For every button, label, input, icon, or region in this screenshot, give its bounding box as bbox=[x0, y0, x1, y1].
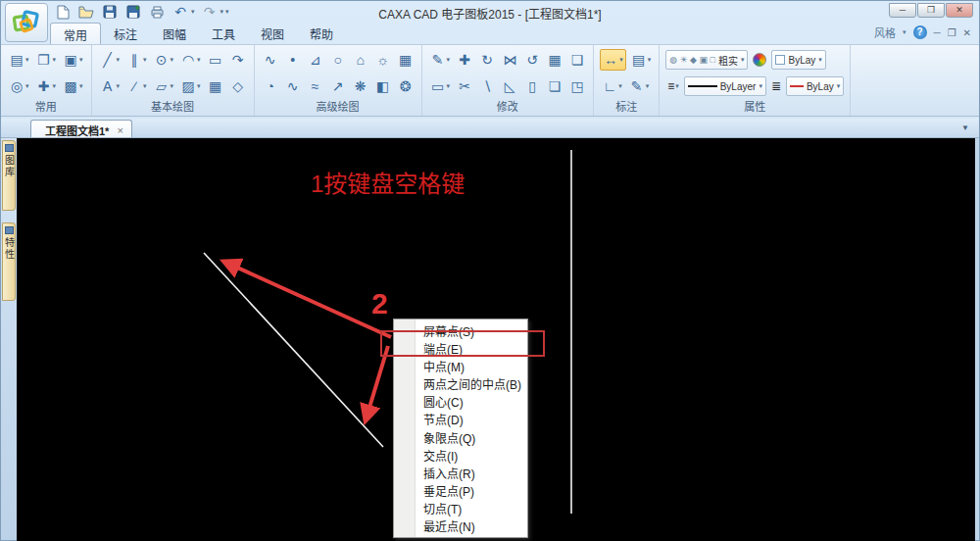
menu-item[interactable]: 圆心(C) bbox=[394, 393, 527, 411]
menu-item[interactable]: 象限点(Q) bbox=[394, 428, 527, 446]
menu-item[interactable]: 最近点(N) bbox=[394, 517, 527, 535]
linetype-dropdown-icon[interactable]: ▾ bbox=[759, 82, 762, 90]
ribbon-tab[interactable]: 帮助 bbox=[297, 23, 346, 44]
erase-button[interactable]: ✎▾ bbox=[428, 49, 453, 71]
spline-button[interactable]: ∿ bbox=[261, 49, 280, 71]
ribbon-tab[interactable]: 图幅 bbox=[150, 23, 199, 44]
menu-item[interactable]: 端点(E) bbox=[394, 339, 527, 357]
sidebar-tab[interactable]: 特性 bbox=[2, 222, 16, 301]
save-button[interactable] bbox=[101, 3, 119, 21]
doc-minimize-button[interactable]: ─ bbox=[934, 27, 941, 38]
copy-stack-button[interactable]: ❏ bbox=[545, 75, 564, 97]
hatchlines-button[interactable]: ≣ bbox=[769, 75, 783, 97]
color-picker-button[interactable] bbox=[751, 49, 768, 71]
ribbon-tab[interactable]: 视图 bbox=[248, 23, 297, 44]
copy-button[interactable]: ❐▾ bbox=[34, 49, 59, 71]
new-file-button[interactable] bbox=[54, 3, 72, 21]
color-dropdown-icon[interactable]: ▾ bbox=[818, 56, 822, 64]
coord-dim-button[interactable]: ∟▾ bbox=[600, 75, 624, 97]
width-dropdown-icon[interactable]: ▾ bbox=[837, 82, 841, 90]
ribbon-tab[interactable]: 工具 bbox=[199, 23, 248, 44]
linewidth-button[interactable]: ≡▾ bbox=[665, 75, 681, 97]
hatch-button[interactable]: ▨▾ bbox=[178, 75, 203, 97]
tabbar-overflow-icon[interactable]: ▼ bbox=[961, 123, 969, 132]
text-button[interactable]: A▾ bbox=[98, 75, 122, 97]
circular-array-button[interactable]: ↺ bbox=[522, 49, 542, 71]
block-button[interactable]: ▱▾ bbox=[152, 75, 176, 97]
contour-button[interactable]: ❋ bbox=[351, 75, 370, 97]
undo-dropdown-icon[interactable]: ▾ bbox=[191, 8, 195, 16]
menu-item[interactable]: 切点(T) bbox=[394, 500, 527, 517]
ribbon-tab[interactable]: 常用 bbox=[50, 23, 101, 44]
cloud-button[interactable]: ❂ bbox=[396, 75, 416, 97]
circle-button[interactable]: ⊙▾ bbox=[152, 49, 176, 71]
doc-close-button[interactable]: ✕ bbox=[963, 27, 971, 38]
redo-button[interactable]: ↷ bbox=[201, 3, 219, 21]
minimize-button[interactable]: ─ bbox=[889, 3, 916, 18]
offset-button[interactable]: ❏ bbox=[567, 49, 587, 71]
select-button[interactable]: ▭▾ bbox=[428, 75, 453, 97]
parallel-button[interactable]: ∥▾ bbox=[124, 49, 149, 71]
array-button[interactable]: ▦ bbox=[545, 49, 564, 71]
hole-button[interactable]: ◧ bbox=[373, 75, 393, 97]
ellipse-button[interactable]: ○ bbox=[328, 49, 348, 71]
centerline-button[interactable]: ∕▾ bbox=[124, 75, 149, 97]
redo-dropdown-icon[interactable]: ▾ bbox=[220, 8, 224, 16]
corner-button[interactable]: ◳ bbox=[567, 75, 587, 97]
text-dim-button[interactable]: ▤▾ bbox=[629, 49, 654, 71]
fill-button[interactable]: ▩▾ bbox=[61, 75, 85, 97]
chamfer-button[interactable]: ◺ bbox=[500, 75, 519, 97]
linetype-combo[interactable]: ByLayer ▾ bbox=[684, 76, 766, 96]
formula-button[interactable]: ▦ bbox=[396, 49, 416, 71]
layer-combo[interactable]: ◍ ☀ ◆ ▣ □ 粗实 ▾ bbox=[665, 50, 748, 70]
sample-button[interactable]: ≈ bbox=[306, 75, 325, 97]
trim-button[interactable]: ✂ bbox=[455, 75, 474, 97]
layer-dropdown-icon[interactable]: ▾ bbox=[741, 56, 745, 64]
dimension-button[interactable]: ↔▾ bbox=[600, 49, 626, 71]
wave-button[interactable]: ∿ bbox=[283, 75, 303, 97]
edit-dim-button[interactable]: ✎▾ bbox=[627, 75, 652, 97]
menu-item[interactable]: 垂足点(P) bbox=[394, 482, 527, 500]
crop-button[interactable]: ▦ bbox=[206, 75, 225, 97]
document-tab[interactable]: 工程图文档1* × bbox=[30, 120, 132, 137]
sidebar-tab[interactable]: 图库 bbox=[2, 140, 16, 211]
gear-button[interactable]: ☼ bbox=[373, 49, 393, 71]
undo-button[interactable]: ↶ bbox=[172, 3, 189, 21]
zoom-button[interactable]: ◎▾ bbox=[7, 75, 31, 97]
menu-item[interactable]: 节点(D) bbox=[394, 411, 527, 428]
arc-button[interactable]: ◠▾ bbox=[178, 49, 203, 71]
stretch-button[interactable]: ▯ bbox=[522, 75, 542, 97]
angleline-button[interactable]: ⊿ bbox=[306, 49, 325, 71]
doc-restore-button[interactable]: ❐ bbox=[948, 27, 956, 38]
ribbon-tab[interactable]: 标注 bbox=[101, 23, 150, 44]
menu-item[interactable]: 交点(I) bbox=[394, 446, 527, 464]
menu-item[interactable]: 屏幕点(S) bbox=[394, 321, 527, 339]
revolve-button[interactable]: ↷ bbox=[228, 49, 248, 71]
render-button[interactable]: ▣▾ bbox=[61, 49, 85, 71]
tab-close-icon[interactable]: × bbox=[117, 124, 122, 136]
extend-button[interactable]: ∖ bbox=[477, 75, 497, 97]
line-button[interactable]: ╱▾ bbox=[98, 49, 122, 71]
region-button[interactable]: ◇ bbox=[228, 75, 248, 97]
drawing-canvas[interactable]: 1按键盘空格键 2 屏幕点(S)端点(E)中点(M)两点之间的中点(B)圆心(C… bbox=[17, 138, 975, 541]
rotate-button[interactable]: ↻ bbox=[477, 49, 497, 71]
menu-item[interactable]: 插入点(R) bbox=[394, 464, 527, 481]
save-as-button[interactable] bbox=[124, 3, 142, 21]
menu-item[interactable]: 中点(M) bbox=[394, 357, 527, 374]
pie-button[interactable]: ◔ bbox=[261, 75, 280, 97]
close-button[interactable]: ✕ bbox=[946, 3, 973, 18]
move-button[interactable]: ✚ bbox=[455, 49, 474, 71]
style-dropdown-icon[interactable]: ▾ bbox=[903, 28, 906, 36]
color-combo[interactable]: ByLay ▾ bbox=[771, 50, 825, 70]
width-combo[interactable]: ByLay ▾ bbox=[786, 76, 844, 96]
mirror-button[interactable]: ⋈ bbox=[500, 49, 519, 71]
paste-button[interactable]: ▤▾ bbox=[7, 49, 31, 71]
point-button[interactable]: • bbox=[283, 49, 303, 71]
style-dropdown[interactable]: 风格 bbox=[874, 25, 896, 40]
arrow-draw-button[interactable]: ↗ bbox=[328, 75, 348, 97]
menu-item[interactable]: 两点之间的中点(B) bbox=[394, 375, 527, 393]
print-button[interactable] bbox=[148, 3, 166, 21]
polygon-button[interactable]: ⌂ bbox=[351, 49, 370, 71]
help-icon[interactable]: ? bbox=[913, 25, 927, 39]
open-file-button[interactable] bbox=[77, 3, 95, 21]
